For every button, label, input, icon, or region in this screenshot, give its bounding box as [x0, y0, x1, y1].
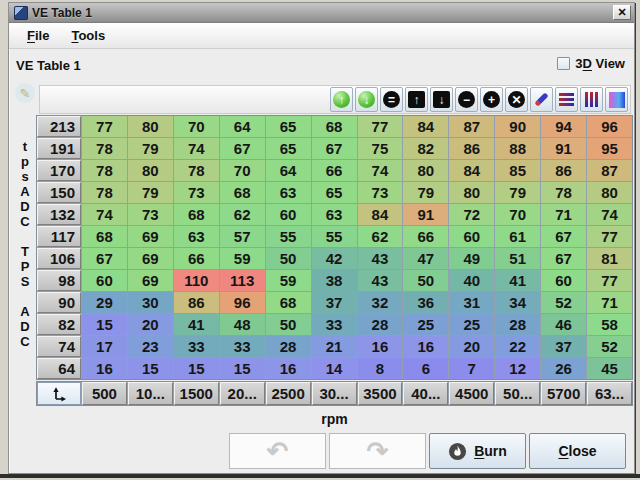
set-equal-button[interactable]: =	[380, 87, 403, 112]
value-cell[interactable]: 82	[403, 138, 448, 159]
increment-button[interactable]: +	[480, 87, 503, 112]
value-cell[interactable]: 78	[541, 182, 586, 203]
value-cell[interactable]: 80	[128, 160, 173, 181]
row-header[interactable]: 64	[37, 358, 81, 379]
value-cell[interactable]: 52	[541, 292, 586, 313]
menu-file[interactable]: File	[23, 26, 53, 45]
value-cell[interactable]: 77	[587, 226, 632, 247]
column-header[interactable]: 4500	[449, 382, 494, 405]
value-cell[interactable]: 86	[174, 292, 219, 313]
column-header[interactable]: 1500	[174, 382, 219, 405]
row-header[interactable]: 82	[37, 314, 81, 335]
row-header[interactable]: 117	[37, 226, 81, 247]
value-cell[interactable]: 73	[128, 204, 173, 225]
column-header[interactable]: 40...	[403, 382, 448, 405]
scale-down-button[interactable]: ↓	[355, 87, 378, 112]
row-header[interactable]: 132	[37, 204, 81, 225]
value-cell[interactable]: 96	[220, 292, 265, 313]
value-cell[interactable]: 8	[358, 358, 403, 379]
value-cell[interactable]: 79	[495, 182, 540, 203]
value-cell[interactable]: 68	[266, 292, 311, 313]
value-cell[interactable]: 68	[312, 116, 357, 137]
column-header[interactable]: 5700	[541, 382, 586, 405]
value-cell[interactable]: 68	[220, 182, 265, 203]
value-cell[interactable]: 67	[541, 226, 586, 247]
value-cell[interactable]: 7	[449, 358, 494, 379]
value-cell[interactable]: 15	[82, 314, 127, 335]
value-cell[interactable]: 15	[220, 358, 265, 379]
value-cell[interactable]: 33	[220, 336, 265, 357]
value-cell[interactable]: 69	[128, 226, 173, 247]
value-cell[interactable]: 28	[495, 314, 540, 335]
value-cell[interactable]: 6	[403, 358, 448, 379]
value-cell[interactable]: 67	[312, 138, 357, 159]
value-cell[interactable]: 26	[541, 358, 586, 379]
value-cell[interactable]: 23	[128, 336, 173, 357]
value-cell[interactable]: 79	[403, 182, 448, 203]
close-window-button[interactable]: ✕	[613, 5, 631, 20]
value-cell[interactable]: 41	[174, 314, 219, 335]
value-cell[interactable]: 58	[587, 314, 632, 335]
value-cell[interactable]: 67	[541, 248, 586, 269]
column-header[interactable]: 63...	[587, 382, 632, 405]
value-cell[interactable]: 50	[403, 270, 448, 291]
value-cell[interactable]: 48	[220, 314, 265, 335]
value-cell[interactable]: 59	[266, 270, 311, 291]
value-cell[interactable]: 46	[541, 314, 586, 335]
value-cell[interactable]: 37	[312, 292, 357, 313]
row-header[interactable]: 150	[37, 182, 81, 203]
row-header[interactable]: 74	[37, 336, 81, 357]
value-cell[interactable]: 79	[128, 182, 173, 203]
value-cell[interactable]: 60	[266, 204, 311, 225]
value-cell[interactable]: 65	[266, 138, 311, 159]
burn-button[interactable]: Burn	[429, 433, 526, 469]
value-cell[interactable]: 15	[128, 358, 173, 379]
value-cell[interactable]: 90	[495, 116, 540, 137]
value-cell[interactable]: 113	[220, 270, 265, 291]
value-cell[interactable]: 67	[82, 248, 127, 269]
value-cell[interactable]: 60	[449, 226, 494, 247]
value-cell[interactable]: 16	[266, 358, 311, 379]
menu-tools[interactable]: Tools	[67, 26, 109, 45]
value-cell[interactable]: 74	[587, 204, 632, 225]
column-header[interactable]: 2500	[266, 382, 311, 405]
value-cell[interactable]: 66	[174, 248, 219, 269]
value-cell[interactable]: 87	[587, 160, 632, 181]
value-cell[interactable]: 72	[449, 204, 494, 225]
value-cell[interactable]: 86	[449, 138, 494, 159]
value-cell[interactable]: 38	[312, 270, 357, 291]
value-cell[interactable]: 64	[266, 160, 311, 181]
heatmap-color-button[interactable]	[605, 87, 628, 112]
view-3d-checkbox[interactable]	[557, 57, 570, 70]
value-cell[interactable]: 66	[403, 226, 448, 247]
value-cell[interactable]: 74	[358, 160, 403, 181]
value-cell[interactable]: 79	[128, 138, 173, 159]
value-cell[interactable]: 69	[128, 248, 173, 269]
column-header[interactable]: 10...	[128, 382, 173, 405]
column-header[interactable]: 30...	[312, 382, 357, 405]
value-cell[interactable]: 31	[449, 292, 494, 313]
value-cell[interactable]: 80	[403, 160, 448, 181]
row-header[interactable]: 90	[37, 292, 81, 313]
value-cell[interactable]: 59	[220, 248, 265, 269]
value-cell[interactable]: 16	[358, 336, 403, 357]
value-cell[interactable]: 74	[174, 138, 219, 159]
value-cell[interactable]: 62	[220, 204, 265, 225]
value-cell[interactable]: 36	[403, 292, 448, 313]
value-cell[interactable]: 65	[312, 182, 357, 203]
shift-up-button[interactable]: ↑	[405, 87, 428, 112]
value-cell[interactable]: 71	[541, 204, 586, 225]
undo-button[interactable]: ↶	[229, 433, 326, 469]
value-cell[interactable]: 33	[312, 314, 357, 335]
value-cell[interactable]: 61	[495, 226, 540, 247]
value-cell[interactable]: 88	[495, 138, 540, 159]
redo-button[interactable]: ↷	[329, 433, 426, 469]
value-cell[interactable]: 73	[174, 182, 219, 203]
value-cell[interactable]: 80	[449, 182, 494, 203]
value-cell[interactable]: 65	[266, 116, 311, 137]
value-cell[interactable]: 62	[358, 226, 403, 247]
value-cell[interactable]: 55	[312, 226, 357, 247]
value-cell[interactable]: 28	[358, 314, 403, 335]
value-cell[interactable]: 32	[358, 292, 403, 313]
value-cell[interactable]: 37	[541, 336, 586, 357]
